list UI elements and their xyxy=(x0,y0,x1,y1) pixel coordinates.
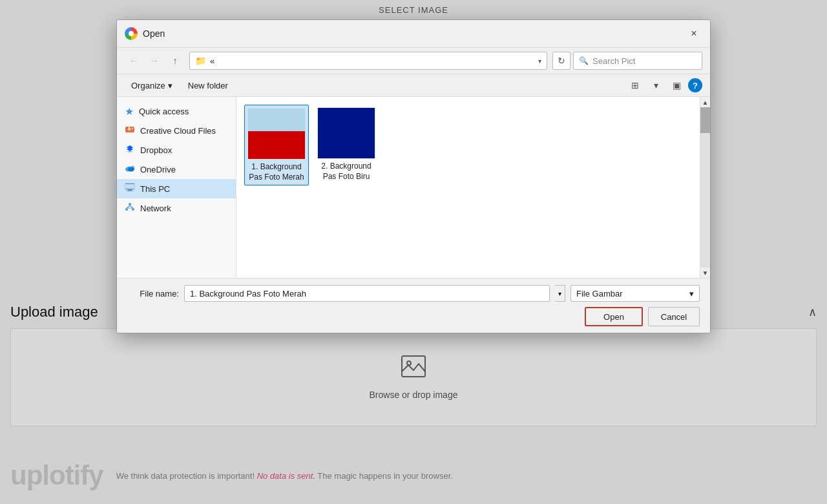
thumb-merah-rect xyxy=(248,131,305,159)
filename-input[interactable] xyxy=(184,285,550,302)
sidebar-item-label-dropbox: Dropbox xyxy=(140,145,172,155)
page-background: SELECT IMAGE Upload image ∧ Browse or dr… xyxy=(0,0,827,504)
new-folder-button[interactable]: New folder xyxy=(182,77,235,94)
file-open-dialog: Open × ← → ↑ 📁 « ▾ ↻ 🔍 Search Pict xyxy=(116,19,711,333)
organize-dropdown-icon: ▾ xyxy=(168,81,173,90)
open-button[interactable]: Open xyxy=(585,307,643,326)
sidebar-item-network[interactable]: Network xyxy=(117,198,236,218)
new-folder-label: New folder xyxy=(188,81,228,90)
onedrive-icon xyxy=(125,163,135,176)
svg-rect-9 xyxy=(127,191,133,191)
address-dropdown-icon[interactable]: ▾ xyxy=(538,58,541,65)
dialog-title-text: Open xyxy=(143,28,165,39)
view-dropdown-button[interactable]: ▾ xyxy=(647,77,665,94)
search-placeholder: Search Pict xyxy=(592,56,696,66)
dialog-footer: File name: ▾ File Gambar ▾ Open Cancel xyxy=(117,278,710,333)
this-pc-icon xyxy=(125,182,135,195)
chrome-icon xyxy=(125,27,138,40)
thumb-merah-bg xyxy=(248,109,305,159)
dialog-scrollbar[interactable]: ▲ ▼ xyxy=(700,97,710,278)
dialog-title-left: Open xyxy=(125,27,165,40)
nav-back-button[interactable]: ← xyxy=(125,52,143,70)
address-bar[interactable]: 📁 « ▾ xyxy=(189,52,547,70)
file-thumbnail-merah xyxy=(247,108,306,160)
thumb-biru-bg xyxy=(318,108,375,158)
dialog-titlebar: Open × xyxy=(117,20,710,48)
sidebar-item-label-creative-cloud: Creative Cloud Files xyxy=(140,126,216,136)
file-label-biru: 2. BackgroundPas Foto Biru xyxy=(321,162,371,182)
preview-toggle-button[interactable]: ▣ xyxy=(667,77,686,94)
cancel-button[interactable]: Cancel xyxy=(648,307,700,326)
toolbar-right: ⊞ ▾ ▣ ? xyxy=(626,77,702,94)
dropbox-icon xyxy=(125,143,135,156)
filetype-select[interactable]: File Gambar ▾ xyxy=(571,285,700,302)
sidebar-item-this-pc[interactable]: This PC xyxy=(117,179,236,198)
filename-label: File name: xyxy=(127,289,179,299)
organize-button[interactable]: Organize ▾ xyxy=(125,77,179,94)
view-icon-button[interactable]: ⊞ xyxy=(626,77,644,94)
file-thumbnail-biru xyxy=(317,107,375,159)
scrollbar-thumb[interactable] xyxy=(700,107,710,133)
svg-point-11 xyxy=(125,208,128,211)
address-refresh-button[interactable]: ↻ xyxy=(552,52,571,70)
quick-access-icon: ★ xyxy=(125,105,134,118)
scrollbar-arrow-down[interactable]: ▼ xyxy=(700,268,711,278)
nav-up-button[interactable]: ↑ xyxy=(166,52,184,70)
sidebar-item-label-this-pc: This PC xyxy=(140,184,170,194)
filetype-dropdown-icon: ▾ xyxy=(689,289,694,299)
network-icon xyxy=(125,202,135,215)
sidebar-item-label-quick-access: Quick access xyxy=(139,107,189,116)
sidebar-item-label-network: Network xyxy=(140,204,171,213)
filename-dropdown-button[interactable]: ▾ xyxy=(555,285,565,302)
organize-label: Organize xyxy=(131,81,165,90)
dialog-close-button[interactable]: × xyxy=(686,25,702,42)
filename-row: File name: ▾ File Gambar ▾ xyxy=(127,285,700,302)
file-label-merah: 1. BackgroundPas Foto Merah xyxy=(249,162,304,182)
svg-rect-8 xyxy=(128,189,132,191)
dialog-main-area: 1. BackgroundPas Foto Merah 2. Backgroun… xyxy=(236,97,700,278)
action-row: Open Cancel xyxy=(127,307,700,326)
scrollbar-track[interactable] xyxy=(700,107,710,268)
dialog-sidebar: ★ Quick access Creative Cloud Files xyxy=(117,97,236,278)
dialog-overlay: Open × ← → ↑ 📁 « ▾ ↻ 🔍 Search Pict xyxy=(0,0,827,504)
sidebar-item-creative-cloud[interactable]: Creative Cloud Files xyxy=(117,121,236,140)
toolbar-left: Organize ▾ New folder xyxy=(125,77,235,94)
svg-point-3 xyxy=(132,128,133,129)
scrollbar-arrow-up[interactable]: ▲ xyxy=(700,97,711,107)
address-folder-icon: 📁 xyxy=(195,56,206,66)
nav-forward-button[interactable]: → xyxy=(145,52,163,70)
file-item-merah[interactable]: 1. BackgroundPas Foto Merah xyxy=(244,105,309,185)
address-text: « xyxy=(210,56,534,66)
search-icon: 🔍 xyxy=(579,56,589,65)
filetype-label: File Gambar xyxy=(576,289,623,299)
sidebar-item-dropbox[interactable]: Dropbox xyxy=(117,140,236,160)
sidebar-item-quick-access[interactable]: ★ Quick access xyxy=(117,102,236,121)
file-item-biru[interactable]: 2. BackgroundPas Foto Biru xyxy=(314,105,379,185)
help-button[interactable]: ? xyxy=(688,78,702,92)
sidebar-item-onedrive[interactable]: OneDrive xyxy=(117,160,236,179)
svg-point-12 xyxy=(132,208,134,211)
dialog-navbar: ← → ↑ 📁 « ▾ ↻ 🔍 Search Pict xyxy=(117,48,710,74)
sidebar-item-label-onedrive: OneDrive xyxy=(140,165,176,174)
dialog-body: ★ Quick access Creative Cloud Files xyxy=(117,97,710,278)
search-bar[interactable]: 🔍 Search Pict xyxy=(573,52,702,70)
creative-cloud-icon xyxy=(125,124,135,137)
svg-point-10 xyxy=(129,203,131,205)
dialog-toolbar: Organize ▾ New folder ⊞ ▾ ▣ ? xyxy=(117,74,710,97)
svg-rect-7 xyxy=(125,184,134,189)
